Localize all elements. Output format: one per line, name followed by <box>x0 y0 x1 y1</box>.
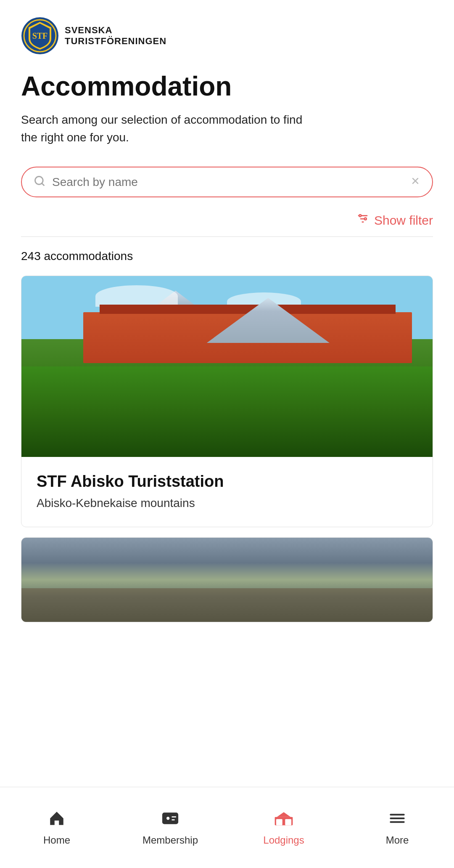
card-image-1 <box>21 276 433 457</box>
main-content: Accommodation Search among our selection… <box>0 63 454 632</box>
nav-item-lodgings[interactable]: Lodgings <box>227 787 340 868</box>
search-clear-icon[interactable] <box>410 175 420 189</box>
more-icon <box>388 810 406 830</box>
search-container <box>21 167 433 197</box>
nav-label-more: More <box>386 834 409 846</box>
search-icon <box>34 175 45 189</box>
header: STF SVENSKA TURISTFÖRENINGEN <box>0 0 454 63</box>
page-description: Search among our selection of accommodat… <box>21 111 307 146</box>
membership-icon <box>161 810 179 830</box>
card-image-2 <box>21 538 433 622</box>
logo-badge: STF <box>21 17 59 55</box>
search-input-wrapper <box>21 167 433 197</box>
show-filter-label: Show filter <box>374 213 433 228</box>
org-name-line1: SVENSKA <box>65 25 166 36</box>
bottom-navigation: Home Membership Lodgings <box>0 787 454 868</box>
svg-line-4 <box>42 183 44 186</box>
nav-label-membership: Membership <box>143 834 198 846</box>
svg-rect-18 <box>285 819 291 825</box>
cards-container: STF Abisko Turiststation Abisko-Kebnekai… <box>21 276 433 632</box>
card-subtitle-1: Abisko-Kebnekaise mountains <box>37 496 417 510</box>
results-count: 243 accommodations <box>21 250 433 263</box>
nav-label-lodgings: Lodgings <box>263 834 304 846</box>
accommodation-card-2[interactable] <box>21 537 433 622</box>
page-title: Accommodation <box>21 72 433 101</box>
svg-point-13 <box>166 816 171 820</box>
svg-point-10 <box>359 215 361 217</box>
home-icon <box>48 810 66 830</box>
nav-item-home[interactable]: Home <box>0 787 114 868</box>
lodgings-icon <box>274 810 293 830</box>
svg-text:STF: STF <box>32 31 48 40</box>
nav-item-membership[interactable]: Membership <box>114 787 227 868</box>
logo-text: SVENSKA TURISTFÖRENINGEN <box>65 25 166 47</box>
filter-icon <box>356 212 369 228</box>
org-name-line2: TURISTFÖRENINGEN <box>65 36 166 47</box>
filter-row: Show filter <box>21 206 433 237</box>
accommodation-card-1[interactable]: STF Abisko Turiststation Abisko-Kebnekai… <box>21 276 433 527</box>
logo-container[interactable]: STF SVENSKA TURISTFÖRENINGEN <box>21 17 166 55</box>
show-filter-button[interactable]: Show filter <box>356 212 433 228</box>
svg-rect-17 <box>276 819 282 825</box>
search-input[interactable] <box>52 175 404 189</box>
svg-point-11 <box>364 218 367 220</box>
nav-label-home: Home <box>43 834 70 846</box>
nav-item-more[interactable]: More <box>340 787 454 868</box>
card-title-1: STF Abisko Turiststation <box>37 472 417 491</box>
card-body-1: STF Abisko Turiststation Abisko-Kebnekai… <box>21 457 433 527</box>
